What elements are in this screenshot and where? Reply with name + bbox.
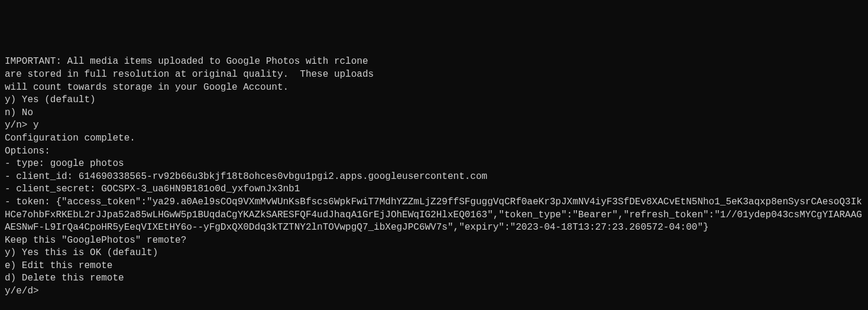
terminal-prompt-line: y/n> y [5,119,863,132]
terminal-line: - client_id: 614690338565-rv92b66u3bkjf1… [5,171,863,184]
terminal-line: - client_secret: GOCSPX-3_ua6HN9B181o0d_… [5,183,863,196]
terminal-line: y) Yes (default) [5,94,863,107]
terminal-output[interactable]: IMPORTANT: All media items uploaded to G… [5,56,863,298]
terminal-line: - type: google photos [5,158,863,171]
terminal-line: d) Delete this remote [5,272,863,285]
terminal-prompt-line[interactable]: y/e/d> [5,285,863,298]
terminal-line: IMPORTANT: All media items uploaded to G… [5,56,863,68]
terminal-line: e) Edit this remote [5,260,863,273]
terminal-line: Keep this "GooglePhotos" remote? [5,234,863,247]
terminal-line: n) No [5,107,863,120]
terminal-line: are stored in full resolution at origina… [5,68,863,81]
terminal-line: y) Yes this is OK (default) [5,247,863,260]
terminal-line: Configuration complete. [5,132,863,145]
terminal-line: will count towards storage in your Googl… [5,81,863,94]
terminal-line: - token: {"access_token":"ya29.a0Ael9sCO… [5,196,863,234]
terminal-line: Options: [5,145,863,158]
